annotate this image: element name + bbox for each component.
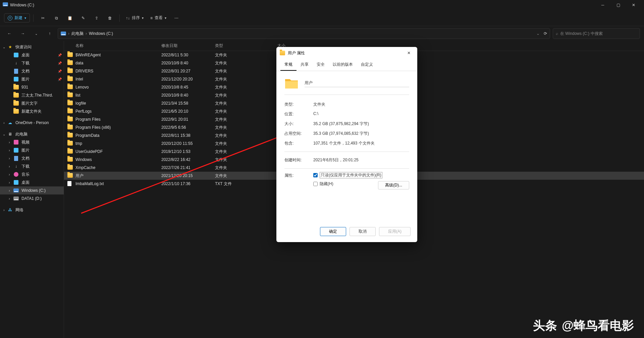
chevron-down-icon[interactable]: ⌄ <box>536 31 540 36</box>
prop-size: 35.2 GB (37,875,982,294 字节) <box>313 121 409 127</box>
file-type: 文件夹 <box>212 165 255 171</box>
sidebar-documents2[interactable]: ›文档 <box>0 154 64 162</box>
sidebar-documents[interactable]: 文档📌 <box>0 67 64 75</box>
advanced-button[interactable]: 高级(D)... <box>378 181 409 189</box>
sidebar-desktop2[interactable]: ›桌面 <box>0 178 64 186</box>
folder-icon <box>67 52 73 58</box>
back-button[interactable]: ← <box>4 28 15 39</box>
tab-general[interactable]: 常规 <box>280 59 297 71</box>
file-type: 文件夹 <box>212 52 255 58</box>
cut-button[interactable]: ✂ <box>37 13 49 23</box>
prop-contains: 107,351 个文件，12,493 个文件夹 <box>313 140 409 146</box>
file-name: XmpCache <box>75 165 95 170</box>
delete-button[interactable]: 🗑 <box>104 13 116 23</box>
sidebar-cdrive[interactable]: ›Windows (C:) <box>0 186 64 194</box>
tab-security[interactable]: 安全 <box>313 59 329 71</box>
sidebar-folder-new[interactable]: 新建文件夹 <box>0 107 64 115</box>
sidebar-desktop[interactable]: 桌面📌 <box>0 51 64 59</box>
sidebar-folder-third[interactable]: 三太太.The.Third. <box>0 91 64 99</box>
paste-button[interactable]: 📋 <box>64 13 76 23</box>
sort-button[interactable]: ↑↓ 排序 ▾ <box>123 14 146 22</box>
apply-button[interactable]: 应用(A) <box>379 227 411 236</box>
copy-button[interactable]: ⧉ <box>50 13 62 23</box>
file-name: list <box>75 93 80 98</box>
close-button[interactable]: ✕ <box>626 0 641 10</box>
file-name: tmp <box>75 141 82 146</box>
breadcrumb-pc[interactable]: 此电脑 <box>71 31 84 37</box>
up-button[interactable]: ↑ <box>44 28 55 39</box>
sidebar-folder-pictext[interactable]: 图片文字 <box>0 99 64 107</box>
desktop-icon <box>13 180 19 185</box>
file-type: 文件夹 <box>212 173 255 179</box>
file-date: 2020/10/8 8:45 <box>158 85 212 90</box>
sidebar-pictures[interactable]: 图片📌 <box>0 75 64 83</box>
tab-previous[interactable]: 以前的版本 <box>329 59 357 71</box>
file-name: Windows <box>75 157 92 162</box>
breadcrumb-drive[interactable]: Windows (C:) <box>89 31 113 36</box>
file-type: 文件夹 <box>212 133 255 138</box>
folder-icon <box>67 141 73 146</box>
tab-share[interactable]: 共享 <box>297 59 313 71</box>
download-icon <box>13 60 19 66</box>
forward-button[interactable]: → <box>17 28 28 39</box>
folder-name-input[interactable] <box>305 79 409 87</box>
file-type: 文件夹 <box>212 157 255 163</box>
sidebar: ⌄快速访问 桌面📌 下载📌 文档📌 图片📌 931 三太太.The.Third.… <box>0 41 64 338</box>
readonly-checkbox[interactable]: 只读(仅应用于文件夹中的文件)(R) <box>313 172 409 178</box>
window-title: Windows (C:) <box>10 3 595 7</box>
file-date: 2022/9/1 20:01 <box>158 117 212 122</box>
sidebar-videos[interactable]: ›视频 <box>0 138 64 146</box>
sidebar-pictures2[interactable]: ›图片 <box>0 146 64 154</box>
new-button[interactable]: + 新建 ▾ <box>4 13 30 22</box>
prop-type: 文件夹 <box>313 102 409 107</box>
sidebar-quick-access[interactable]: ⌄快速访问 <box>0 43 64 51</box>
refresh-button[interactable]: ⟳ <box>544 31 547 36</box>
folder-icon <box>67 93 73 98</box>
file-type: 文件夹 <box>212 68 255 74</box>
col-type[interactable]: 类型 <box>212 43 255 49</box>
view-icon: ≡ <box>150 16 153 20</box>
rename-button[interactable]: ✎ <box>77 13 89 23</box>
file-name: 用户 <box>75 173 84 179</box>
view-button[interactable]: ≡ 查看 ▾ <box>148 14 169 22</box>
maximize-button[interactable]: ▢ <box>610 0 626 10</box>
file-type: 文件夹 <box>212 93 255 98</box>
search-input[interactable]: ⌕ 在 Windows (C:) 中搜索 <box>553 28 640 39</box>
col-date[interactable]: 修改日期 <box>158 43 212 49</box>
pin-icon: 📌 <box>58 53 62 57</box>
tab-custom[interactable]: 自定义 <box>357 59 377 71</box>
address-bar[interactable]: › 此电脑 › Windows (C:) ⌄ ⟳ <box>58 28 550 39</box>
file-date: 2022/8/22 16:42 <box>158 157 212 162</box>
recent-button[interactable]: ⌄ <box>31 28 42 39</box>
dialog-close-button[interactable]: ✕ <box>404 48 414 58</box>
properties-dialog: 用户 属性 ✕ 常规 共享 安全 以前的版本 自定义 类型:文件夹 位置:C:\… <box>276 47 417 242</box>
watermark: 头条 @蜂鸟看电影 <box>533 318 634 334</box>
sidebar-thispc[interactable]: ⌄此电脑 <box>0 130 64 138</box>
file-date: 2022/8/11 5:30 <box>158 53 212 57</box>
watermark-author: @蜂鸟看电影 <box>562 318 634 334</box>
folder-icon <box>67 101 73 106</box>
sidebar-network[interactable]: ›网络 <box>0 206 64 214</box>
more-button[interactable]: ⋯ <box>170 13 182 23</box>
cancel-button[interactable]: 取消 <box>350 227 376 236</box>
ok-button[interactable]: 确定 <box>320 227 346 236</box>
minimize-button[interactable]: ─ <box>595 0 610 10</box>
sidebar-downloads2[interactable]: ›下载 <box>0 162 64 170</box>
file-date: 2022/9/5 6:56 <box>158 125 212 130</box>
file-type: 文件夹 <box>212 149 255 155</box>
sidebar-onedrive[interactable]: ›OneDrive - Person <box>0 119 64 127</box>
sidebar-music[interactable]: ›音乐 <box>0 170 64 178</box>
share-button[interactable]: ⇪ <box>91 13 103 23</box>
col-name[interactable]: 名称 <box>64 43 158 49</box>
sidebar-folder-931[interactable]: 931 <box>0 83 64 91</box>
download-icon <box>13 164 19 169</box>
sidebar-ddrive[interactable]: ›DATA1 (D:) <box>0 194 64 203</box>
folder-icon <box>67 84 73 90</box>
hidden-checkbox[interactable]: 隐藏(H) <box>313 181 378 187</box>
file-type: 文件夹 <box>212 101 255 106</box>
sidebar-downloads[interactable]: 下载📌 <box>0 59 64 67</box>
pin-icon: 📌 <box>58 61 62 65</box>
file-type: 文件夹 <box>212 76 255 82</box>
folder-icon <box>67 133 73 138</box>
file-type: 文件夹 <box>212 125 255 130</box>
